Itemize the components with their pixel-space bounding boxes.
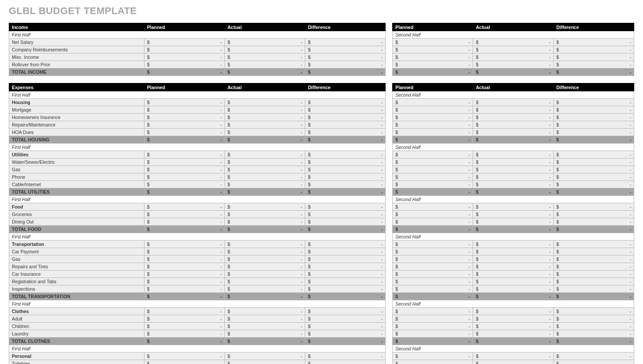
money-cell[interactable]: $-: [144, 129, 224, 136]
money-cell[interactable]: $-: [305, 166, 386, 173]
money-cell[interactable]: $-: [473, 99, 553, 106]
money-cell[interactable]: $-: [553, 211, 634, 218]
money-cell[interactable]: $-: [473, 181, 553, 188]
money-cell[interactable]: $-: [393, 151, 473, 159]
money-cell[interactable]: $-: [305, 248, 386, 256]
money-cell[interactable]: $-: [144, 121, 224, 129]
money-cell[interactable]: $-: [144, 360, 224, 364]
money-cell[interactable]: $-: [553, 68, 634, 76]
money-cell[interactable]: $-: [144, 54, 224, 61]
money-cell[interactable]: $-: [144, 241, 224, 248]
money-cell[interactable]: $-: [225, 151, 305, 159]
money-cell[interactable]: $-: [473, 166, 553, 173]
money-cell[interactable]: $-: [473, 263, 553, 270]
money-cell[interactable]: $-: [473, 211, 553, 218]
money-cell[interactable]: $-: [225, 99, 305, 106]
money-cell[interactable]: $-: [144, 203, 224, 211]
money-cell[interactable]: $-: [305, 218, 386, 226]
money-cell[interactable]: $-: [553, 360, 634, 364]
money-cell[interactable]: $-: [393, 270, 473, 278]
money-cell[interactable]: $-: [473, 114, 553, 121]
money-cell[interactable]: $-: [305, 323, 386, 330]
money-cell[interactable]: $-: [144, 323, 224, 330]
money-cell[interactable]: $-: [225, 241, 305, 248]
money-cell[interactable]: $-: [553, 293, 634, 300]
money-cell[interactable]: $-: [393, 248, 473, 256]
money-cell[interactable]: $-: [473, 226, 553, 233]
money-cell[interactable]: $-: [225, 218, 305, 226]
money-cell[interactable]: $-: [305, 203, 386, 211]
money-cell[interactable]: $-: [553, 330, 634, 338]
money-cell[interactable]: $-: [225, 136, 305, 144]
money-cell[interactable]: $-: [553, 129, 634, 136]
money-cell[interactable]: $-: [553, 99, 634, 106]
money-cell[interactable]: $-: [144, 159, 224, 166]
money-cell[interactable]: $-: [393, 181, 473, 188]
money-cell[interactable]: $-: [225, 293, 305, 300]
money-cell[interactable]: $-: [305, 338, 386, 345]
money-cell[interactable]: $-: [553, 308, 634, 315]
money-cell[interactable]: $-: [305, 353, 386, 360]
money-cell[interactable]: $-: [553, 114, 634, 121]
money-cell[interactable]: $-: [473, 241, 553, 248]
money-cell[interactable]: $-: [225, 270, 305, 278]
money-cell[interactable]: $-: [393, 121, 473, 129]
money-cell[interactable]: $-: [553, 353, 634, 360]
money-cell[interactable]: $-: [473, 151, 553, 159]
money-cell[interactable]: $-: [553, 270, 634, 278]
money-cell[interactable]: $-: [393, 61, 473, 68]
money-cell[interactable]: $-: [305, 151, 386, 159]
money-cell[interactable]: $-: [305, 61, 386, 68]
money-cell[interactable]: $-: [305, 330, 386, 338]
money-cell[interactable]: $-: [393, 114, 473, 121]
money-cell[interactable]: $-: [393, 68, 473, 76]
money-cell[interactable]: $-: [393, 129, 473, 136]
money-cell[interactable]: $-: [305, 106, 386, 114]
money-cell[interactable]: $-: [305, 285, 386, 293]
money-cell[interactable]: $-: [225, 68, 305, 76]
money-cell[interactable]: $-: [225, 353, 305, 360]
money-cell[interactable]: $-: [225, 61, 305, 68]
money-cell[interactable]: $-: [393, 54, 473, 61]
money-cell[interactable]: $-: [553, 226, 634, 233]
money-cell[interactable]: $-: [144, 218, 224, 226]
money-cell[interactable]: $-: [473, 54, 553, 61]
money-cell[interactable]: $-: [305, 159, 386, 166]
money-cell[interactable]: $-: [225, 315, 305, 323]
money-cell[interactable]: $-: [473, 248, 553, 256]
money-cell[interactable]: $-: [305, 226, 386, 233]
money-cell[interactable]: $-: [144, 263, 224, 270]
money-cell[interactable]: $-: [144, 181, 224, 188]
money-cell[interactable]: $-: [305, 114, 386, 121]
money-cell[interactable]: $-: [144, 308, 224, 315]
money-cell[interactable]: $-: [225, 46, 305, 54]
money-cell[interactable]: $-: [393, 256, 473, 263]
money-cell[interactable]: $-: [305, 263, 386, 270]
money-cell[interactable]: $-: [305, 360, 386, 364]
money-cell[interactable]: $-: [305, 211, 386, 218]
money-cell[interactable]: $-: [144, 278, 224, 285]
money-cell[interactable]: $-: [305, 136, 386, 144]
money-cell[interactable]: $-: [473, 218, 553, 226]
money-cell[interactable]: $-: [553, 61, 634, 68]
money-cell[interactable]: $-: [473, 173, 553, 181]
money-cell[interactable]: $-: [144, 136, 224, 144]
money-cell[interactable]: $-: [144, 68, 224, 76]
money-cell[interactable]: $-: [225, 121, 305, 129]
money-cell[interactable]: $-: [473, 338, 553, 345]
money-cell[interactable]: $-: [305, 68, 386, 76]
money-cell[interactable]: $-: [553, 315, 634, 323]
money-cell[interactable]: $-: [553, 121, 634, 129]
money-cell[interactable]: $-: [553, 166, 634, 173]
money-cell[interactable]: $-: [225, 188, 305, 196]
money-cell[interactable]: $-: [393, 285, 473, 293]
money-cell[interactable]: $-: [393, 188, 473, 196]
money-cell[interactable]: $-: [393, 173, 473, 181]
money-cell[interactable]: $-: [473, 129, 553, 136]
money-cell[interactable]: $-: [553, 278, 634, 285]
money-cell[interactable]: $-: [393, 360, 473, 364]
money-cell[interactable]: $-: [305, 129, 386, 136]
money-cell[interactable]: $-: [393, 218, 473, 226]
money-cell[interactable]: $-: [553, 46, 634, 54]
money-cell[interactable]: $-: [305, 181, 386, 188]
